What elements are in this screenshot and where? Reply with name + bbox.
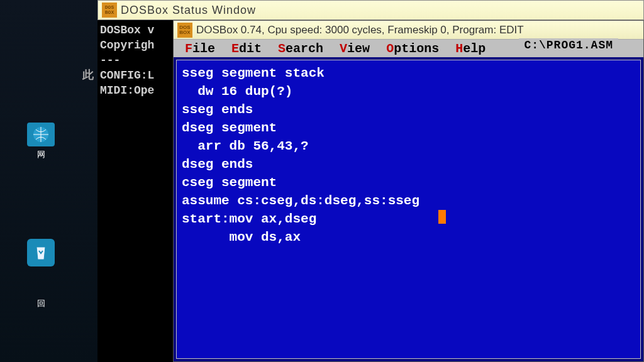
code-line: dseg segment bbox=[182, 121, 277, 135]
menu-view[interactable]: View bbox=[340, 41, 370, 56]
code-line: dseg ends bbox=[182, 157, 253, 172]
file-path-label: C:\PROG1.ASM bbox=[519, 38, 618, 52]
status-window-titlebar[interactable]: DOSBOX DOSBox Status Window bbox=[97, 0, 644, 20]
status-window-title: DOSBox Status Window bbox=[121, 4, 256, 17]
menu-help[interactable]: Help bbox=[455, 41, 486, 56]
edit-window-titlebar[interactable]: DOSBOX DOSBox 0.74, Cpu speed: 3000 cycl… bbox=[174, 21, 643, 40]
menu-edit[interactable]: Edit bbox=[231, 41, 262, 56]
code-line: assume cs:cseg,ds:dseg,ss:sseg bbox=[182, 194, 419, 208]
desktop-background: 网 回 bbox=[0, 0, 97, 362]
desktop-icon-label: 回 bbox=[37, 298, 45, 309]
menu-options[interactable]: Options bbox=[386, 41, 439, 56]
dosbox-icon: DOSBOX bbox=[102, 3, 117, 18]
globe-icon bbox=[27, 123, 55, 146]
menu-file[interactable]: File bbox=[185, 41, 215, 56]
desktop-icon-label: 网 bbox=[37, 149, 45, 160]
background-console: DOSBox v Copyrigh --- 此CONFIG:L MIDI:Ope bbox=[97, 20, 179, 362]
code-line: mov ds,ax bbox=[182, 230, 301, 244]
code-line: sseg ends bbox=[182, 102, 253, 117]
code-line: sseg segment stack bbox=[182, 66, 325, 80]
editor-text-area[interactable]: sseg segment stack dw 16 dup(?) sseg end… bbox=[176, 60, 641, 359]
code-line: arr db 56,43,? bbox=[182, 139, 309, 153]
menu-search[interactable]: Search bbox=[278, 41, 323, 56]
code-line: dw 16 dup(?) bbox=[182, 84, 292, 99]
edit-window-title: DOSBox 0.74, Cpu speed: 3000 cycles, Fra… bbox=[196, 24, 524, 36]
code-line: start:mov ax,dseg bbox=[182, 212, 316, 226]
recycle-icon bbox=[27, 239, 55, 266]
desktop-icon-recycle[interactable] bbox=[22, 239, 60, 277]
code-line: cseg segment bbox=[182, 175, 277, 190]
edit-window: DOSBOX DOSBox 0.74, Cpu speed: 3000 cycl… bbox=[173, 20, 644, 362]
text-cursor bbox=[438, 210, 446, 224]
dosbox-icon: DOSBOX bbox=[177, 23, 192, 38]
desktop-icon-3[interactable]: 回 bbox=[22, 295, 60, 333]
desktop-icon-network[interactable]: 网 bbox=[22, 123, 60, 160]
bg-prefix: 此 bbox=[82, 68, 94, 83]
